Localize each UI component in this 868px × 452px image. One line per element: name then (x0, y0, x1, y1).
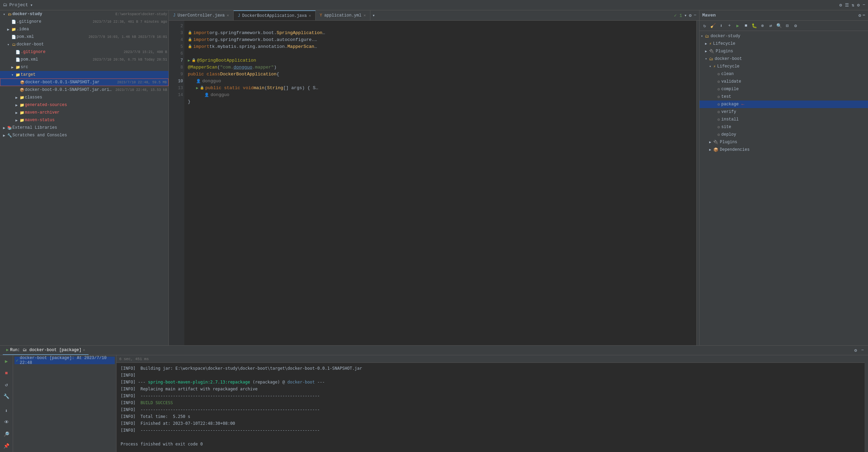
tree-item-snapshot-jar[interactable]: 📦 docker-boot-0.0.1-SNAPSHOT.jar 2023/7/… (0, 78, 169, 86)
clean-btn[interactable]: 🧹 (709, 22, 717, 30)
tree-item-maven-status[interactable]: ▶ 📁 maven-status (0, 116, 169, 124)
gear-icon[interactable]: ⚙ (857, 2, 860, 8)
tree-item-label: External Libraries (12, 125, 167, 130)
tree-item-gitignore-boot[interactable]: 📄 .gitignore 2023/7/8 15:21, 490 B (0, 48, 169, 56)
tree-item-label: Scratches and Consoles (12, 133, 167, 138)
maven-item-label: deploy (721, 132, 736, 137)
tree-item-pom-boot[interactable]: 📄 pom.xml 2023/7/10 20:50, 6.75 kB Today… (0, 56, 169, 63)
minus-icon[interactable]: − (862, 13, 865, 18)
run-tree-item-package[interactable]: ✓ docker-boot [package]: At 2023/7/10 22… (14, 357, 115, 364)
maven-item-install[interactable]: ⚙ install (699, 116, 868, 123)
tab-close-btn[interactable]: ✕ (364, 13, 366, 18)
tree-item-external-libraries[interactable]: ▶ 📚 External Libraries (0, 124, 169, 132)
skip-tests-btn[interactable]: ⊗ (759, 22, 766, 30)
tab-close-btn[interactable]: ✕ (227, 13, 229, 18)
run-rerun-btn[interactable]: ↺ (2, 381, 11, 389)
minus-btn[interactable]: − (694, 13, 696, 18)
lock-icon: 🔒 (200, 85, 204, 92)
maven-item-test[interactable]: ⚙ test (699, 93, 868, 101)
tree-item-scratches[interactable]: ▶ 🔧 Scratches and Consoles (0, 132, 169, 139)
maven-item-deploy[interactable]: ⚙ deploy (699, 131, 868, 138)
settings-btn[interactable]: ⚙ (853, 347, 858, 354)
maven-item-package[interactable]: ⚙ package ← (699, 101, 868, 108)
project-menu[interactable]: 🗂 Project ▾ (3, 2, 33, 8)
plugins-icon: 🔌 (709, 49, 714, 54)
maven-item-lifecycle-top[interactable]: ▶ ⚡ Lifecycle (699, 40, 868, 48)
tab-label: UserController.java (177, 13, 225, 18)
minus-btn[interactable]: − (860, 347, 865, 354)
tab-close-btn[interactable]: ✕ (309, 13, 311, 18)
settings-icon[interactable]: ⚙ (858, 13, 861, 18)
tree-item-docker-boot[interactable]: ▾ 🗂 docker-boot (0, 41, 169, 48)
settings-icon[interactable]: ⚙ (839, 2, 842, 8)
tab-usercontroller[interactable]: J UserController.java ✕ (169, 10, 234, 20)
tab-appyml[interactable]: Y application.yml ✕ (316, 10, 370, 20)
code-line-4: 🔒 import org.springframework.boot.autoco… (188, 36, 693, 43)
run-scroll-btn[interactable]: ⬇ (2, 407, 11, 415)
more-tabs-btn[interactable]: ▾ (370, 10, 377, 20)
tree-item-target[interactable]: ▾ 📁 target (0, 71, 169, 78)
maven-item-site[interactable]: ⚙ site (699, 123, 868, 131)
tree-item-meta: 2023/7/10 22:48, 15.53 kB (115, 88, 167, 92)
run-expand[interactable]: ▾ (684, 13, 687, 18)
tree-item-docker-study-root[interactable]: ▾ 🗁 docker-study E:\workspace\docker-stu… (0, 10, 169, 18)
reload-btn[interactable]: ↻ (701, 22, 708, 30)
maven-item-plugins-boot[interactable]: ▶ 🔌 Plugins (699, 138, 868, 146)
run-filter-btn[interactable]: 🔧 (2, 392, 11, 401)
gear-icon: ⚙ (717, 87, 720, 92)
run-tab-close[interactable]: ✕ (83, 348, 85, 352)
maven-item-verify[interactable]: ⚙ verify (699, 108, 868, 116)
run-tab-label: Run: (10, 348, 20, 353)
dropdown-icon: ▾ (30, 2, 33, 8)
collapse-btn[interactable]: ⊟ (784, 22, 791, 30)
maven-item-docker-study[interactable]: ▾ 🗂 docker-study (699, 32, 868, 40)
tree-item-generated-sources[interactable]: ▶ 📁 generated-sources (0, 101, 169, 109)
console-output[interactable]: [INFO] Building jar: E:\workspace\docker… (116, 363, 865, 452)
code-editor[interactable]: 🔒 import org.springframework.boot.Spring… (184, 21, 696, 345)
run-stop-btn[interactable]: ■ (2, 369, 11, 377)
run-arrow-icon[interactable]: ▶ (188, 57, 190, 64)
maven-item-validate[interactable]: ⚙ validate (699, 78, 868, 85)
run-play-btn[interactable]: ▶ (2, 357, 11, 366)
tree-item-classes[interactable]: ▶ 📁 classes (0, 94, 169, 101)
lifecycle-icon: ⚡ (713, 64, 716, 69)
maven-item-dependencies-boot[interactable]: ▶ 📦 Dependencies (699, 146, 868, 154)
settings-btn[interactable]: ⚙ (689, 13, 692, 18)
tree-item-pom-root[interactable]: 📄 pom.xml 2023/7/8 16:03, 1.46 kB 2023/7… (0, 33, 169, 41)
maven-item-label: Dependencies (720, 147, 749, 152)
tree-item-snapshot-jar-original[interactable]: 📦 docker-boot-0.0.1-SNAPSHOT.jar.origina… (0, 86, 169, 94)
run-debug-btn[interactable]: 🐛 (750, 22, 758, 30)
tab-dockerbootapp[interactable]: J DockerBootApplication.java ✕ (234, 10, 316, 20)
line-num: 9 (170, 71, 183, 78)
maven-item-clean[interactable]: ⚙ clean (699, 70, 868, 78)
stop-btn[interactable]: ■ (742, 22, 750, 30)
tree-item-gitignore-root[interactable]: 📄 .gitignore 2023/7/10 22:38, 401 B 7 mi… (0, 18, 169, 25)
run-settings-btn[interactable]: 🔎 (2, 430, 11, 438)
list-icon[interactable]: ☰ (845, 2, 849, 8)
tree-item-src[interactable]: ▶ 📁 src (0, 63, 169, 71)
run-clear-btn[interactable]: 👁 (2, 418, 11, 427)
sort-icon[interactable]: ⇅ (852, 2, 855, 8)
maven-item-plugins-top[interactable]: ▶ 🔌 Plugins (699, 48, 868, 55)
bottom-tab-run[interactable]: ▶ Run: 🗂 docker-boot [package] ✕ (3, 346, 89, 355)
maven-item-docker-boot[interactable]: ▾ 🗂 docker-boot (699, 55, 868, 63)
tree-item-maven-archiver[interactable]: ▶ 📁 maven-archiver (0, 109, 169, 116)
maven-item-compile[interactable]: ⚙ compile (699, 85, 868, 93)
download-btn[interactable]: ⬇ (717, 22, 725, 30)
run-btn[interactable]: ▶ (734, 22, 742, 30)
code-line-7: ▶ 🔒 @SpringBootApplication (188, 57, 693, 64)
tree-item-idea[interactable]: ▶ 📁 .idea (0, 25, 169, 33)
deps-icon: 📦 (713, 147, 718, 153)
expand-icon: ▶ (14, 111, 19, 115)
run-arrow-icon[interactable]: ▶ (196, 85, 198, 92)
toggle-btn[interactable]: ⇄ (767, 22, 775, 30)
run-pin-btn[interactable]: 📌 (2, 442, 11, 450)
settings2-btn[interactable]: ⚙ (792, 22, 799, 30)
console-scrollbar[interactable] (865, 355, 868, 452)
search-btn[interactable]: 🔍 (775, 22, 783, 30)
run-item-label: docker-boot [package]: At 2023/7/10 22:4… (20, 356, 113, 365)
project-icon: 🗂 (705, 34, 709, 39)
add-btn[interactable]: + (726, 22, 733, 30)
minus-icon[interactable]: − (862, 2, 865, 8)
maven-item-lifecycle-boot[interactable]: ▾ ⚡ Lifecycle (699, 63, 868, 70)
